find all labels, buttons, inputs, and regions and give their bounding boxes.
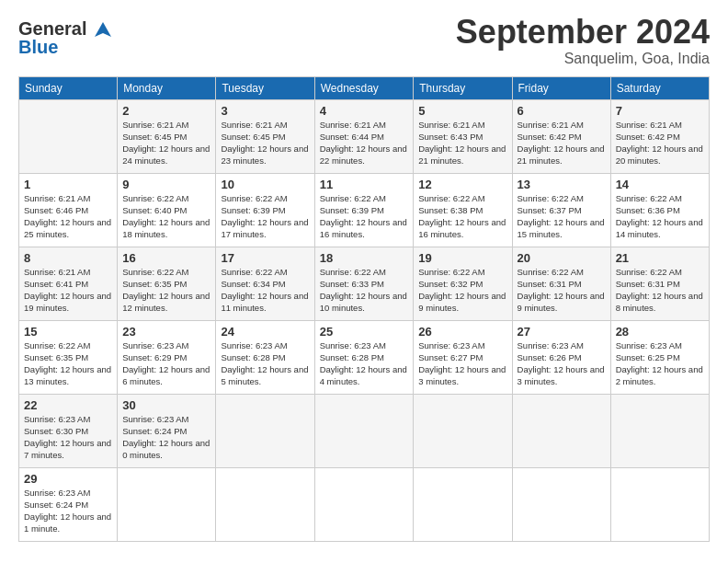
calendar-cell: 17 Sunrise: 6:22 AMSunset: 6:34 PMDaylig…	[216, 247, 314, 320]
weekday-header-sunday: Sunday	[19, 76, 118, 99]
day-info: Sunrise: 6:22 AMSunset: 6:39 PMDaylight:…	[221, 193, 308, 240]
day-info: Sunrise: 6:21 AMSunset: 6:46 PMDaylight:…	[24, 193, 111, 240]
weekday-header-tuesday: Tuesday	[216, 76, 314, 99]
calendar-cell: 4 Sunrise: 6:21 AMSunset: 6:44 PMDayligh…	[314, 99, 414, 173]
day-number: 23	[122, 325, 210, 339]
weekday-header-monday: Monday	[118, 76, 216, 99]
calendar-cell: 16 Sunrise: 6:22 AMSunset: 6:35 PMDaylig…	[118, 247, 216, 320]
day-number: 7	[616, 104, 704, 118]
day-info: Sunrise: 6:22 AMSunset: 6:33 PMDaylight:…	[320, 267, 407, 314]
day-number: 15	[24, 325, 112, 339]
calendar-cell: 11 Sunrise: 6:22 AMSunset: 6:39 PMDaylig…	[314, 173, 414, 247]
calendar-cell: 6 Sunrise: 6:21 AMSunset: 6:42 PMDayligh…	[512, 99, 610, 173]
day-info: Sunrise: 6:22 AMSunset: 6:39 PMDaylight:…	[320, 193, 407, 240]
day-info: Sunrise: 6:22 AMSunset: 6:40 PMDaylight:…	[122, 193, 210, 240]
calendar-cell: 2 Sunrise: 6:21 AMSunset: 6:45 PMDayligh…	[118, 99, 216, 173]
calendar-cell	[314, 467, 414, 541]
day-number: 14	[616, 178, 704, 191]
calendar-cell: 24 Sunrise: 6:23 AMSunset: 6:28 PMDaylig…	[216, 320, 314, 394]
header: General Blue September 2024 Sanquelim, G…	[18, 14, 710, 67]
day-number: 4	[320, 104, 409, 118]
day-number: 26	[418, 325, 506, 339]
day-number: 10	[221, 178, 309, 191]
day-info: Sunrise: 6:23 AMSunset: 6:28 PMDaylight:…	[221, 340, 308, 387]
weekday-header-thursday: Thursday	[414, 76, 512, 99]
day-info: Sunrise: 6:22 AMSunset: 6:37 PMDaylight:…	[518, 193, 605, 240]
day-number: 9	[122, 178, 210, 191]
calendar-cell	[216, 467, 314, 541]
weekday-header-saturday: Saturday	[610, 76, 709, 99]
calendar-cell: 28 Sunrise: 6:23 AMSunset: 6:25 PMDaylig…	[610, 320, 709, 394]
day-number: 20	[518, 251, 606, 265]
title-block: September 2024 Sanquelim, Goa, India	[456, 14, 710, 67]
day-info: Sunrise: 6:23 AMSunset: 6:26 PMDaylight:…	[518, 340, 605, 387]
calendar-cell: 21 Sunrise: 6:22 AMSunset: 6:31 PMDaylig…	[610, 247, 709, 320]
day-info: Sunrise: 6:21 AMSunset: 6:41 PMDaylight:…	[24, 267, 111, 314]
day-info: Sunrise: 6:22 AMSunset: 6:31 PMDaylight:…	[518, 267, 605, 314]
calendar-cell: 29 Sunrise: 6:23 AMSunset: 6:24 PMDaylig…	[19, 467, 118, 541]
calendar-cell: 22 Sunrise: 6:23 AMSunset: 6:30 PMDaylig…	[19, 394, 118, 467]
day-number: 30	[122, 398, 210, 412]
calendar-cell: 8 Sunrise: 6:21 AMSunset: 6:41 PMDayligh…	[19, 247, 118, 320]
day-info: Sunrise: 6:21 AMSunset: 6:45 PMDaylight:…	[221, 120, 308, 167]
calendar-cell: 23 Sunrise: 6:23 AMSunset: 6:29 PMDaylig…	[118, 320, 216, 394]
day-number: 8	[24, 251, 112, 265]
day-number: 16	[122, 251, 210, 265]
calendar-cell: 15 Sunrise: 6:22 AMSunset: 6:35 PMDaylig…	[19, 320, 118, 394]
logo-icon	[93, 20, 113, 40]
day-info: Sunrise: 6:23 AMSunset: 6:24 PMDaylight:…	[122, 414, 210, 461]
day-info: Sunrise: 6:23 AMSunset: 6:25 PMDaylight:…	[616, 340, 703, 387]
location-subtitle: Sanquelim, Goa, India	[456, 51, 710, 67]
day-number: 12	[418, 178, 506, 191]
day-number: 19	[418, 251, 506, 265]
day-info: Sunrise: 6:21 AMSunset: 6:42 PMDaylight:…	[518, 120, 605, 167]
day-info: Sunrise: 6:22 AMSunset: 6:35 PMDaylight:…	[24, 340, 111, 387]
day-info: Sunrise: 6:22 AMSunset: 6:31 PMDaylight:…	[616, 267, 703, 314]
logo: General Blue	[18, 18, 113, 58]
calendar-cell: 1 Sunrise: 6:21 AMSunset: 6:46 PMDayligh…	[19, 173, 118, 247]
day-info: Sunrise: 6:22 AMSunset: 6:35 PMDaylight:…	[122, 267, 210, 314]
day-number: 6	[518, 104, 606, 118]
day-number: 18	[320, 251, 409, 265]
day-info: Sunrise: 6:21 AMSunset: 6:45 PMDaylight:…	[122, 120, 210, 167]
calendar-cell: 20 Sunrise: 6:22 AMSunset: 6:31 PMDaylig…	[512, 247, 610, 320]
day-number: 27	[518, 325, 606, 339]
calendar-cell	[610, 467, 709, 541]
calendar-cell: 25 Sunrise: 6:23 AMSunset: 6:28 PMDaylig…	[314, 320, 414, 394]
calendar-cell	[512, 394, 610, 467]
day-number: 5	[418, 104, 506, 118]
day-number: 25	[320, 325, 409, 339]
calendar-cell	[314, 394, 414, 467]
calendar-cell: 19 Sunrise: 6:22 AMSunset: 6:32 PMDaylig…	[414, 247, 512, 320]
day-number: 21	[616, 251, 704, 265]
calendar-cell: 5 Sunrise: 6:21 AMSunset: 6:43 PMDayligh…	[414, 99, 512, 173]
calendar-cell	[414, 467, 512, 541]
calendar-cell: 18 Sunrise: 6:22 AMSunset: 6:33 PMDaylig…	[314, 247, 414, 320]
day-number: 3	[221, 104, 309, 118]
calendar-cell	[610, 394, 709, 467]
day-info: Sunrise: 6:21 AMSunset: 6:42 PMDaylight:…	[616, 120, 703, 167]
day-number: 11	[320, 178, 409, 191]
calendar-cell	[118, 467, 216, 541]
calendar-cell	[512, 467, 610, 541]
calendar-cell: 7 Sunrise: 6:21 AMSunset: 6:42 PMDayligh…	[610, 99, 709, 173]
calendar-cell: 10 Sunrise: 6:22 AMSunset: 6:39 PMDaylig…	[216, 173, 314, 247]
calendar-cell: 27 Sunrise: 6:23 AMSunset: 6:26 PMDaylig…	[512, 320, 610, 394]
calendar-cell	[414, 394, 512, 467]
calendar-cell: 14 Sunrise: 6:22 AMSunset: 6:36 PMDaylig…	[610, 173, 709, 247]
calendar-cell: 3 Sunrise: 6:21 AMSunset: 6:45 PMDayligh…	[216, 99, 314, 173]
calendar-cell: 30 Sunrise: 6:23 AMSunset: 6:24 PMDaylig…	[118, 394, 216, 467]
day-number: 2	[122, 104, 210, 118]
calendar-cell: 13 Sunrise: 6:22 AMSunset: 6:37 PMDaylig…	[512, 173, 610, 247]
weekday-header-friday: Friday	[512, 76, 610, 99]
day-info: Sunrise: 6:23 AMSunset: 6:28 PMDaylight:…	[320, 340, 407, 387]
day-number: 28	[616, 325, 704, 339]
day-info: Sunrise: 6:22 AMSunset: 6:34 PMDaylight:…	[221, 267, 308, 314]
day-number: 22	[24, 398, 112, 412]
day-info: Sunrise: 6:21 AMSunset: 6:43 PMDaylight:…	[418, 120, 506, 167]
day-number: 1	[24, 178, 112, 191]
calendar-cell: 9 Sunrise: 6:22 AMSunset: 6:40 PMDayligh…	[118, 173, 216, 247]
day-number: 13	[518, 178, 606, 191]
day-number: 17	[221, 251, 309, 265]
day-info: Sunrise: 6:22 AMSunset: 6:38 PMDaylight:…	[418, 193, 506, 240]
